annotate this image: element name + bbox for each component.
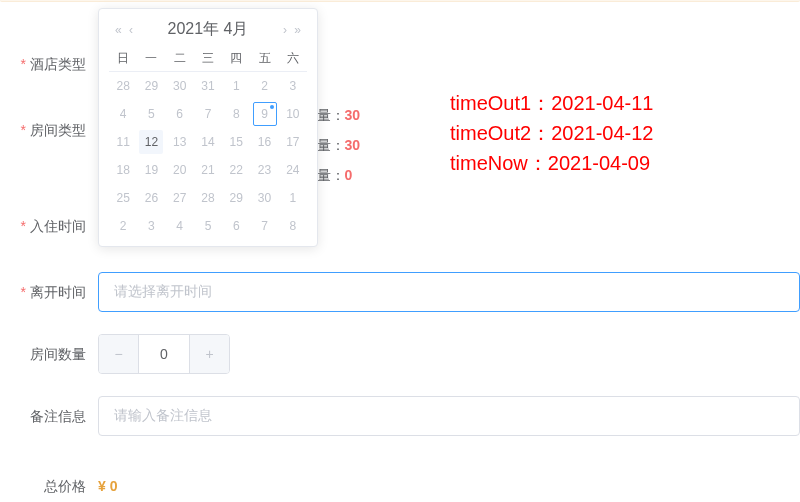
calendar-year-month[interactable]: 2021年 4月	[168, 19, 249, 40]
weekday-header: 四	[222, 46, 250, 72]
calendar-day-cell[interactable]: 23	[253, 158, 277, 182]
calendar-grid: 日一二三四五六 28293031123456789101112131415161…	[109, 46, 307, 240]
calendar-day-cell[interactable]: 6	[168, 102, 192, 126]
calendar-day-cell[interactable]: 2	[253, 74, 277, 98]
calendar-day-cell[interactable]: 5	[196, 214, 220, 238]
stepper-increase-button[interactable]: +	[189, 335, 229, 373]
room-count-stepper: − 0 +	[98, 334, 230, 374]
calendar-day-cell[interactable]: 4	[111, 102, 135, 126]
calendar-day-cell[interactable]: 30	[168, 74, 192, 98]
date-picker-popover: « ‹ 2021年 4月 › » 日一二三四五六 282930311234567…	[98, 8, 318, 247]
calendar-day-cell[interactable]: 31	[196, 74, 220, 98]
calendar-day-cell[interactable]: 13	[168, 130, 192, 154]
next-year-button[interactable]: »	[292, 23, 303, 37]
debug-line-timeout2: timeOut2：2021-04-12	[450, 118, 653, 148]
availability-count: 30	[345, 137, 361, 153]
row-total-price: 总价格 ¥ 0	[0, 466, 800, 502]
alert-banner-remnant	[0, 0, 800, 2]
calendar-day-cell[interactable]: 8	[281, 214, 305, 238]
weekday-header: 二	[166, 46, 194, 72]
stepper-decrease-button[interactable]: −	[99, 335, 139, 373]
calendar-day-cell[interactable]: 10	[281, 102, 305, 126]
label-total-price: 总价格	[0, 466, 98, 502]
calendar-day-cell[interactable]: 29	[224, 186, 248, 210]
weekday-header: 日	[109, 46, 137, 72]
remark-placeholder: 请输入备注信息	[114, 407, 212, 425]
label-remark: 备注信息	[0, 396, 98, 436]
calendar-day-cell[interactable]: 17	[281, 130, 305, 154]
calendar-day-cell[interactable]: 12	[139, 130, 163, 154]
calendar-day-cell[interactable]: 11	[111, 130, 135, 154]
debug-line-timenow: timeNow：2021-04-09	[450, 148, 653, 178]
total-price-value: ¥ 0	[98, 466, 117, 502]
calendar-day-cell[interactable]: 16	[253, 130, 277, 154]
checkout-date-input[interactable]: 请选择离开时间	[98, 272, 800, 312]
prev-year-button[interactable]: «	[113, 23, 124, 37]
calendar-day-cell[interactable]: 1	[281, 186, 305, 210]
calendar-day-cell[interactable]: 15	[224, 130, 248, 154]
calendar-day-cell[interactable]: 5	[139, 102, 163, 126]
calendar-day-cell[interactable]: 21	[196, 158, 220, 182]
label-room-type: 房间类型	[0, 110, 98, 150]
debug-overlay: timeOut1：2021-04-11 timeOut2：2021-04-12 …	[450, 88, 653, 178]
label-room-count: 房间数量	[0, 334, 98, 374]
weekday-header: 六	[279, 46, 307, 72]
checkout-placeholder: 请选择离开时间	[114, 283, 212, 301]
calendar-day-cell[interactable]: 3	[281, 74, 305, 98]
calendar-day-cell[interactable]: 1	[224, 74, 248, 98]
calendar-day-cell[interactable]: 2	[111, 214, 135, 238]
calendar-header: « ‹ 2021年 4月 › »	[109, 19, 307, 40]
row-room-count: 房间数量 − 0 +	[0, 334, 800, 374]
calendar-day-cell[interactable]: 7	[196, 102, 220, 126]
calendar-day-cell[interactable]: 30	[253, 186, 277, 210]
calendar-day-cell[interactable]: 27	[168, 186, 192, 210]
calendar-day-cell[interactable]: 20	[168, 158, 192, 182]
calendar-day-cell[interactable]: 29	[139, 74, 163, 98]
calendar-day-cell[interactable]: 6	[224, 214, 248, 238]
calendar-day-cell[interactable]: 9	[253, 102, 277, 126]
row-checkout: 离开时间 请选择离开时间	[0, 272, 800, 312]
weekday-header: 五	[250, 46, 278, 72]
weekday-header: 三	[194, 46, 222, 72]
stepper-value[interactable]: 0	[139, 335, 189, 373]
availability-count: 0	[345, 167, 353, 183]
label-checkout: 离开时间	[0, 272, 98, 312]
label-hotel-type: 酒店类型	[0, 44, 98, 84]
prev-month-button[interactable]: ‹	[127, 23, 135, 37]
calendar-day-cell[interactable]: 25	[111, 186, 135, 210]
label-checkin: 入住时间	[0, 206, 98, 246]
next-month-button[interactable]: ›	[281, 23, 289, 37]
availability-count: 30	[345, 107, 361, 123]
calendar-day-cell[interactable]: 7	[253, 214, 277, 238]
calendar-day-cell[interactable]: 18	[111, 158, 135, 182]
calendar-day-cell[interactable]: 28	[111, 74, 135, 98]
calendar-day-cell[interactable]: 14	[196, 130, 220, 154]
calendar-day-cell[interactable]: 22	[224, 158, 248, 182]
calendar-day-cell[interactable]: 28	[196, 186, 220, 210]
remark-input[interactable]: 请输入备注信息	[98, 396, 800, 436]
calendar-day-cell[interactable]: 4	[168, 214, 192, 238]
calendar-day-cell[interactable]: 3	[139, 214, 163, 238]
calendar-day-cell[interactable]: 24	[281, 158, 305, 182]
calendar-day-cell[interactable]: 19	[139, 158, 163, 182]
weekday-header: 一	[137, 46, 165, 72]
calendar-day-cell[interactable]: 8	[224, 102, 248, 126]
row-remark: 备注信息 请输入备注信息	[0, 396, 800, 436]
debug-line-timeout1: timeOut1：2021-04-11	[450, 88, 653, 118]
calendar-day-cell[interactable]: 26	[139, 186, 163, 210]
